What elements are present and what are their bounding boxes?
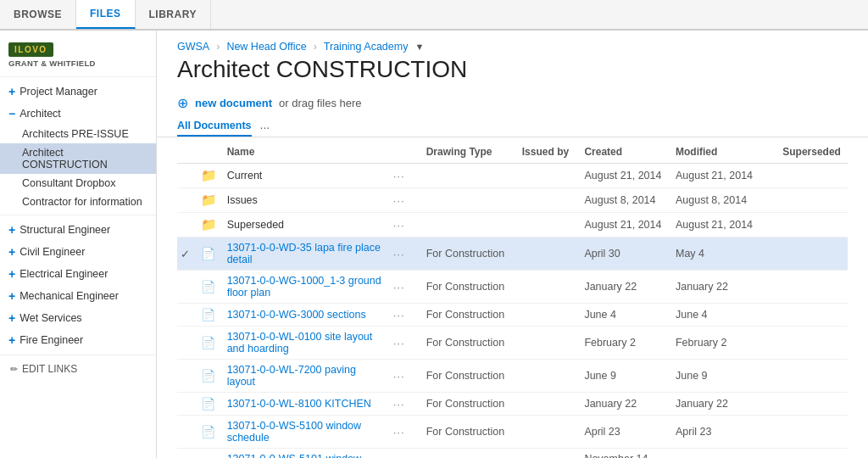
breadcrumb-dropdown-icon[interactable]: ▼	[415, 42, 424, 52]
logo-grant-text: GRANT & WHITFIELD	[8, 59, 147, 68]
breadcrumb-item-training-academy[interactable]: Training Academy	[324, 41, 409, 53]
edit-links[interactable]: ✏ EDIT LINKS	[0, 359, 156, 379]
sidebar: ILOVO GRANT & WHITFIELD + Project Manage…	[0, 31, 157, 458]
nav-library[interactable]: LIBRARY	[136, 0, 211, 29]
sidebar-item-mechanical-engineer[interactable]: + Mechanical Engineer	[0, 285, 156, 307]
check-mark: ✓	[181, 248, 190, 260]
table-row: 📄 13071-0-0-WS-5101 window schedule plan…	[177, 449, 848, 459]
col-header-issued-by[interactable]: Issued by	[515, 141, 578, 164]
file-icon: 📄	[201, 308, 215, 321]
new-doc-icon: ⊕	[177, 95, 188, 111]
file-icon: 📄	[201, 280, 215, 293]
sidebar-item-civil-engineer[interactable]: + Civil Engineer	[0, 241, 156, 263]
folder-icon: 📁	[201, 193, 217, 207]
table-row: 📁 Current ··· August 21, 2014 August 21,…	[177, 164, 848, 188]
sidebar-item-electrical-engineer[interactable]: + Electrical Engineer	[0, 263, 156, 285]
sidebar-item-wet-services[interactable]: + Wet Services	[0, 307, 156, 329]
row-more-button[interactable]: ···	[393, 337, 405, 349]
file-icon: 📄	[201, 397, 215, 411]
col-header-more	[390, 141, 420, 164]
row-more-button[interactable]: ···	[393, 398, 405, 411]
breadcrumb-sep-2: ›	[314, 41, 317, 53]
sidebar-item-architect[interactable]: − Architect	[0, 103, 156, 125]
plus-icon-civil: +	[8, 245, 15, 259]
folder-icon: 📁	[201, 217, 217, 232]
tab-more-options[interactable]: ···	[260, 120, 270, 136]
sidebar-item-fire-engineer[interactable]: + Fire Engineer	[0, 329, 156, 351]
file-name[interactable]: 13071-0-0-WG-3000 sections	[227, 309, 366, 321]
file-name[interactable]: 13071-0-0-WL-8100 KITCHEN	[227, 398, 371, 410]
file-name[interactable]: 13071-0-0-WL-0100 site layout and hoardi…	[227, 331, 373, 355]
file-name[interactable]: Issues	[227, 194, 258, 206]
row-more-button[interactable]: ···	[393, 309, 405, 321]
plus-icon: +	[8, 85, 15, 98]
table-row: 📄 13071-0-0-WL-8100 KITCHEN ··· For Cons…	[177, 393, 848, 416]
sidebar-item-contractor-for-info[interactable]: Contractor for information	[0, 193, 156, 211]
file-name[interactable]: 13071-0-0-WS-5101 window schedule plan	[227, 453, 361, 458]
logo-ilovo-text: ILOVO	[14, 45, 47, 54]
nav-browse[interactable]: BROWSE	[0, 0, 76, 29]
breadcrumb: GWSA › New Head Office › Training Academ…	[177, 41, 848, 53]
folder-icon: 📁	[201, 168, 217, 182]
nav-files[interactable]: FILES	[76, 0, 136, 29]
col-header-check	[177, 141, 198, 164]
doc-tabs: All Documents ···	[157, 116, 868, 137]
table-row: 📄 13071-0-0-WG-1000_1-3 ground floor pla…	[177, 271, 848, 304]
plus-icon-structural: +	[8, 223, 15, 237]
plus-icon-electrical: +	[8, 267, 15, 281]
sidebar-item-project-manager[interactable]: + Project Manager	[0, 81, 156, 103]
table-row: ✓ 📄 13071-0-0-WD-35 lapa fire place deta…	[177, 237, 848, 271]
table-row: 📄 13071-0-0-WG-3000 sections ··· For Con…	[177, 304, 848, 327]
table-row: 📁 Issues ··· August 8, 2014 August 8, 20…	[177, 188, 848, 213]
row-more-button[interactable]: ···	[393, 426, 405, 438]
top-nav: BROWSE FILES LIBRARY	[0, 0, 868, 31]
minus-icon: −	[8, 107, 15, 120]
breadcrumb-sep: ›	[216, 41, 220, 53]
drag-text: or drag files here	[279, 97, 362, 109]
row-more-button[interactable]: ···	[393, 194, 405, 207]
file-icon: 📄	[201, 425, 215, 438]
sidebar-item-architects-pre-issue[interactable]: Architects PRE-ISSUE	[0, 125, 156, 143]
col-header-icon	[198, 141, 220, 164]
row-more-button[interactable]: ···	[393, 370, 405, 383]
plus-icon-mechanical: +	[8, 289, 15, 303]
row-more-button[interactable]: ···	[393, 281, 405, 293]
file-icon: 📄	[201, 247, 215, 260]
tab-all-documents[interactable]: All Documents	[177, 120, 252, 137]
file-name[interactable]: 13071-0-0-WG-1000_1-3 ground floor plan	[227, 275, 381, 299]
row-more-button[interactable]: ···	[393, 219, 405, 232]
col-header-superseded[interactable]: Superseded	[776, 141, 848, 164]
sidebar-item-structural-engineer[interactable]: + Structural Engineer	[0, 219, 156, 241]
file-name[interactable]: 13071-0-0-WL-7200 paving layout	[227, 364, 356, 388]
file-name[interactable]: 13071-0-0-WD-35 lapa fire place detail	[227, 242, 381, 265]
toolbar: ⊕ new document or drag files here	[157, 93, 868, 116]
content-header: GWSA › New Head Office › Training Academ…	[157, 31, 868, 93]
sidebar-item-architect-construction[interactable]: Architect CONSTRUCTION	[0, 143, 156, 174]
sidebar-item-consultant-dropbox[interactable]: Consultant Dropbox	[0, 174, 156, 193]
file-name[interactable]: 13071-0-0-WS-5100 window schedule	[227, 420, 361, 444]
page-title: Architect CONSTRUCTION	[177, 56, 848, 83]
file-name[interactable]: Current	[227, 170, 263, 182]
main-content: GWSA › New Head Office › Training Academ…	[157, 31, 868, 458]
table-row: 📁 Superseded ··· August 21, 2014 August …	[177, 213, 848, 237]
new-document-button[interactable]: new document	[195, 97, 272, 109]
breadcrumb-item-new-head-office[interactable]: New Head Office	[226, 41, 306, 53]
row-more-button[interactable]: ···	[393, 248, 405, 260]
table-row: 📄 13071-0-0-WL-7200 paving layout ··· Fo…	[177, 360, 848, 393]
breadcrumb-item-gwsa[interactable]: GWSA	[177, 41, 209, 53]
col-header-modified[interactable]: Modified	[669, 141, 776, 164]
table-row: 📄 13071-0-0-WL-0100 site layout and hoar…	[177, 327, 848, 360]
plus-icon-fire: +	[8, 333, 15, 347]
file-icon: 📄	[201, 369, 215, 383]
col-header-drawing-type[interactable]: Drawing Type	[420, 141, 515, 164]
row-more-button[interactable]: ···	[393, 170, 405, 182]
col-header-created[interactable]: Created	[577, 141, 669, 164]
col-header-name[interactable]: Name	[220, 141, 390, 164]
file-icon: 📄	[201, 336, 215, 349]
pencil-icon: ✏	[10, 364, 18, 375]
plus-icon-wet: +	[8, 311, 15, 325]
file-table-container: Name Drawing Type Issued by Created Modi…	[157, 141, 868, 458]
table-row: 📄 13071-0-0-WS-5100 window schedule ··· …	[177, 416, 848, 449]
file-name[interactable]: Superseded	[227, 219, 284, 231]
sidebar-logo: ILOVO GRANT & WHITFIELD	[0, 34, 156, 77]
